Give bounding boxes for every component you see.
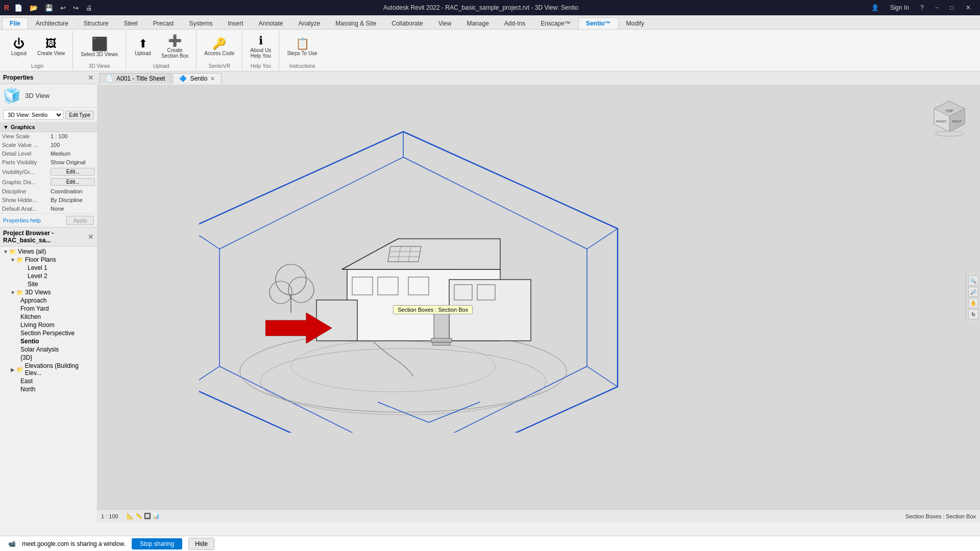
hide-btn[interactable]: Hide: [188, 538, 214, 550]
prop-row-show-hidden: Show Hidde... By Discipline: [0, 196, 97, 205]
prop-label-graphic-disp: Graphic Dis...: [0, 177, 48, 187]
sharing-icon: 📹: [8, 540, 16, 547]
tree-north[interactable]: North: [0, 385, 97, 393]
tab-addins[interactable]: Add-Ins: [497, 17, 533, 29]
tree-level2[interactable]: Level 2: [0, 272, 97, 280]
properties-help-link[interactable]: Properties help: [3, 217, 41, 223]
tree-approach[interactable]: Approach: [0, 296, 97, 305]
tree-living-room[interactable]: Living Room: [0, 321, 97, 329]
tab-file[interactable]: File: [2, 17, 28, 29]
tree-kitchen[interactable]: Kitchen: [0, 313, 97, 321]
sentio-tab-close[interactable]: ✕: [210, 76, 215, 82]
tab-manage[interactable]: Manage: [459, 17, 496, 29]
tree-3d[interactable]: {3D}: [0, 354, 97, 362]
tab-analyze[interactable]: Analyze: [291, 17, 328, 29]
graphic-disp-edit-btn[interactable]: Edit...: [51, 178, 95, 186]
view-selector[interactable]: 3D View: Sentio: [3, 110, 63, 120]
help-btn[interactable]: ?: [916, 3, 928, 12]
tree-solar-analysis[interactable]: Solar Analysis: [0, 345, 97, 354]
tab-collaborate[interactable]: Collaborate: [384, 17, 430, 29]
prop-value-show-hidden: By Discipline: [48, 196, 97, 205]
maximize-btn[interactable]: □: [946, 3, 958, 12]
tree-label-3d: {3D}: [20, 354, 32, 361]
close-btn[interactable]: ✕: [961, 3, 976, 12]
expand-views-all: ▼: [2, 249, 9, 255]
prop-value-scale-value: 100: [48, 141, 97, 149]
open-btn[interactable]: 📂: [28, 3, 40, 13]
prop-label-view-scale: View Scale: [0, 132, 48, 141]
prop-row-parts-visibility: Parts Visibility Show Original: [0, 158, 97, 167]
collapse-icon: ▼: [3, 124, 9, 130]
sign-in-btn[interactable]: Sign In: [886, 3, 913, 12]
properties-section: Properties ✕ 🧊 3D View 3D View: Sentio E…: [0, 71, 97, 228]
save-btn[interactable]: 💾: [43, 3, 55, 13]
tree-level1[interactable]: Level 1: [0, 264, 97, 272]
expand-floor-plans: ▼: [9, 257, 16, 263]
tree-elevations[interactable]: ▶ 📁 Elevations (Building Elev...: [0, 362, 97, 377]
tab-structure[interactable]: Structure: [76, 17, 116, 29]
apply-btn[interactable]: Apply: [66, 216, 94, 225]
tab-systems[interactable]: Systems: [181, 17, 220, 29]
minimize-btn[interactable]: −: [931, 3, 943, 12]
tree-sentio[interactable]: Sentio: [0, 337, 97, 345]
logout-btn[interactable]: ⏻ Logout: [6, 36, 32, 58]
stop-sharing-btn[interactable]: Stop sharing: [132, 538, 182, 549]
create-section-box-btn[interactable]: ➕ CreateSection Box: [158, 33, 192, 61]
status-bar: 1 : 100 📐 📏 🔲 📊 Section Boxes : Section …: [97, 509, 980, 522]
folder-icon-views: 📁: [9, 248, 16, 255]
tree-from-yard[interactable]: From Yard: [0, 305, 97, 313]
view-tab-sentio[interactable]: 🔷 Sentio ✕: [173, 73, 222, 84]
zoom-out-btn[interactable]: 🔎: [968, 287, 978, 297]
tree-section-perspective[interactable]: Section Perspective: [0, 329, 97, 337]
create-section-label: CreateSection Box: [161, 47, 188, 59]
visibility-edit-btn[interactable]: Edit...: [51, 168, 95, 176]
view-tab-title-sheet[interactable]: 📄 A001 - Title Sheet: [99, 73, 172, 84]
about-us-label: About UsHelp You: [250, 47, 271, 59]
tab-enscape[interactable]: Enscape™: [533, 17, 578, 29]
access-code-btn[interactable]: 🔑 Access Code: [201, 36, 238, 58]
tree-label-floor-plans: Floor Plans: [25, 256, 56, 263]
title-sheet-icon: 📄: [106, 75, 113, 82]
tab-steel[interactable]: Steel: [116, 17, 145, 29]
upload-btn[interactable]: ⬆ Upload: [130, 36, 156, 58]
prop-value-default-anal: None: [48, 205, 97, 213]
tree-floor-plans[interactable]: ▼ 📁 Floor Plans: [0, 256, 97, 264]
edit-type-btn[interactable]: Edit Type: [65, 111, 94, 119]
title-bar: R 📄 📂 💾 ↩ ↪ 🖨 Autodesk Revit 2022 - RAC_…: [0, 0, 980, 15]
pan-btn[interactable]: ✋: [968, 298, 978, 308]
tab-sentio[interactable]: Sentio™: [578, 17, 619, 29]
nav-cube[interactable]: TOP RIGHT FRONT: [929, 96, 970, 137]
redo-btn[interactable]: ↪: [71, 3, 81, 13]
about-group-label: Help You: [251, 62, 271, 69]
orbit-btn[interactable]: ↻: [968, 309, 978, 319]
tree-east[interactable]: East: [0, 377, 97, 385]
new-btn[interactable]: 📄: [12, 3, 24, 13]
undo-btn[interactable]: ↩: [58, 3, 68, 13]
properties-close-btn[interactable]: ✕: [88, 73, 94, 82]
tab-precast[interactable]: Precast: [145, 17, 182, 29]
zoom-in-btn[interactable]: 🔍: [968, 276, 978, 286]
user-icon[interactable]: 👤: [867, 3, 883, 12]
select-3dviews-btn[interactable]: ⬛ Select 3D Views: [77, 35, 121, 59]
project-browser-close-btn[interactable]: ✕: [88, 233, 94, 241]
view-icons: 📐 📏 🔲 📊: [127, 513, 160, 519]
title-sheet-label: A001 - Title Sheet: [116, 75, 165, 82]
about-us-btn[interactable]: ℹ About UsHelp You: [247, 33, 275, 61]
sentio-tab-label: Sentio: [190, 75, 207, 82]
tab-massing[interactable]: Massing & Site: [328, 17, 384, 29]
tab-insert[interactable]: Insert: [220, 17, 251, 29]
tab-view[interactable]: View: [431, 17, 459, 29]
tab-annotate[interactable]: Annotate: [251, 17, 290, 29]
steps-to-use-btn[interactable]: 📋 Steps To Use: [283, 36, 321, 58]
window-title: Autodesk Revit 2022 - RAC_basic_sample_p…: [94, 4, 867, 11]
tab-architecture[interactable]: Architecture: [28, 17, 76, 29]
create-view-btn[interactable]: 🖼 Create View: [34, 36, 68, 58]
building-container: Section Boxes : Section Box: [97, 86, 980, 509]
tab-modify[interactable]: Modify: [619, 17, 652, 29]
tree-label-section-perspective: Section Perspective: [20, 330, 75, 337]
tree-3dviews[interactable]: ▼ 📁 3D Views: [0, 288, 97, 296]
tree-views-all[interactable]: ▼ 📁 Views (all): [0, 247, 97, 256]
print-btn[interactable]: 🖨: [84, 3, 94, 13]
tree-site[interactable]: Site: [0, 280, 97, 288]
svg-rect-23: [433, 342, 450, 345]
